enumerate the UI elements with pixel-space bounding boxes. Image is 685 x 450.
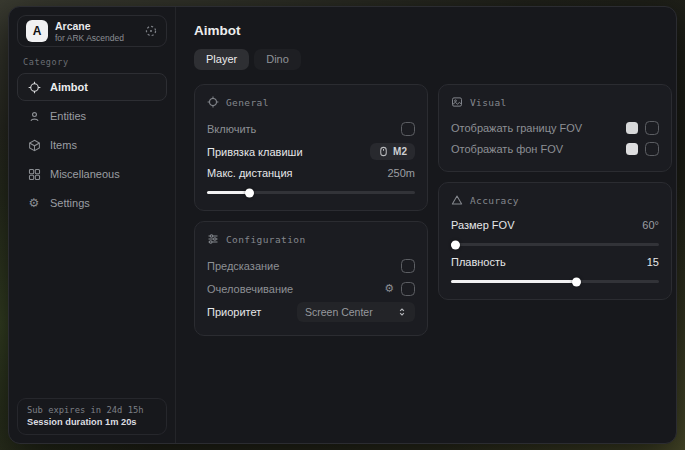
chevron-expand-icon bbox=[397, 307, 407, 317]
priority-value: Screen Center bbox=[305, 306, 373, 318]
slider-fill bbox=[207, 191, 249, 194]
slider-thumb[interactable] bbox=[451, 240, 460, 249]
fov-bg-checkbox[interactable] bbox=[645, 142, 659, 156]
sidebar-item-label: Items bbox=[50, 139, 77, 151]
sidebar-item-items[interactable]: Items bbox=[17, 131, 167, 159]
app-name: Arcane bbox=[55, 20, 124, 32]
humanize-checkbox[interactable] bbox=[401, 282, 415, 296]
enable-label: Включить bbox=[207, 123, 256, 135]
fov-size-slider[interactable] bbox=[451, 243, 659, 246]
page-title: Aimbot bbox=[194, 23, 672, 38]
keybind-button[interactable]: M2 bbox=[370, 143, 415, 160]
general-card: General Включить Привязка клавиши bbox=[194, 84, 428, 211]
prediction-row: Предсказание bbox=[207, 254, 415, 277]
distance-slider[interactable] bbox=[207, 191, 415, 194]
keybind-value: M2 bbox=[393, 146, 407, 157]
slider-fill bbox=[451, 280, 576, 283]
image-icon bbox=[451, 96, 463, 108]
humanize-row: Очеловечивание ⚙ bbox=[207, 277, 415, 300]
fov-bg-color-swatch[interactable] bbox=[626, 143, 638, 155]
configuration-card: Configuration Предсказание Очеловечивани… bbox=[194, 221, 428, 336]
fov-bg-row: Отображать фон FOV bbox=[451, 138, 659, 159]
fov-border-checkbox[interactable] bbox=[645, 121, 659, 135]
target-scan-icon[interactable] bbox=[144, 24, 158, 38]
smoothness-value: 15 bbox=[647, 256, 659, 268]
app-subtitle: for ARK Ascended bbox=[55, 33, 124, 43]
smoothness-slider[interactable] bbox=[451, 280, 659, 283]
fov-border-row: Отображать границу FOV bbox=[451, 117, 659, 138]
sliders-icon bbox=[207, 233, 219, 245]
distance-value: 250m bbox=[387, 167, 415, 179]
visual-card: Visual Отображать границу FOV Отображать… bbox=[438, 84, 672, 172]
gear-icon: ⚙ bbox=[27, 197, 41, 209]
distance-row: Макс. дистанция 250m bbox=[207, 163, 415, 183]
accuracy-card: Accuracy Размер FOV 60° Плавность 15 bbox=[438, 182, 672, 300]
enable-checkbox[interactable] bbox=[401, 122, 415, 136]
sidebar-item-label: Aimbot bbox=[50, 81, 88, 93]
smoothness-row: Плавность 15 bbox=[451, 252, 659, 272]
smoothness-label: Плавность bbox=[451, 256, 506, 268]
sidebar-item-settings[interactable]: ⚙ Settings bbox=[17, 189, 167, 217]
sidebar-item-aimbot[interactable]: Aimbot bbox=[17, 73, 167, 101]
priority-row: Приоритет Screen Center bbox=[207, 300, 415, 323]
cube-icon bbox=[27, 139, 41, 152]
fov-size-label: Размер FOV bbox=[451, 219, 514, 231]
sidebar-item-miscellaneous[interactable]: Miscellaneous bbox=[17, 160, 167, 188]
app-logo: A bbox=[26, 20, 48, 42]
distance-label: Макс. дистанция bbox=[207, 167, 293, 179]
tab-dino[interactable]: Dino bbox=[254, 49, 301, 70]
crosshair-icon bbox=[27, 81, 41, 94]
fov-border-color-swatch[interactable] bbox=[626, 122, 638, 134]
sub-expires-text: Sub expires in 24d 15h bbox=[27, 405, 157, 415]
tab-player[interactable]: Player bbox=[194, 49, 249, 70]
crosshair-icon bbox=[207, 96, 219, 108]
priority-label: Приоритет bbox=[207, 306, 261, 318]
gear-icon[interactable]: ⚙ bbox=[384, 283, 394, 294]
sidebar: A Arcane for ARK Ascended Category bbox=[9, 7, 176, 443]
slider-thumb[interactable] bbox=[572, 277, 581, 286]
card-title: Accuracy bbox=[470, 195, 519, 206]
enable-row: Включить bbox=[207, 117, 415, 140]
fov-size-row: Размер FOV 60° bbox=[451, 215, 659, 235]
prediction-label: Предсказание bbox=[207, 260, 279, 272]
tab-bar: Player Dino bbox=[194, 49, 672, 70]
app-window: A Arcane for ARK Ascended Category bbox=[8, 6, 677, 444]
priority-dropdown[interactable]: Screen Center bbox=[297, 302, 415, 322]
session-info: Sub expires in 24d 15h Session duration … bbox=[17, 398, 167, 435]
card-title: General bbox=[226, 97, 269, 108]
fov-border-label: Отображать границу FOV bbox=[451, 122, 582, 134]
sidebar-nav: Aimbot Entities Items bbox=[17, 73, 167, 217]
mouse-icon bbox=[378, 146, 389, 157]
prediction-checkbox[interactable] bbox=[401, 259, 415, 273]
sidebar-item-label: Settings bbox=[50, 197, 90, 209]
slider-thumb[interactable] bbox=[245, 188, 254, 197]
grid-icon bbox=[27, 168, 41, 181]
card-title: Configuration bbox=[226, 234, 306, 245]
keybind-label: Привязка клавиши bbox=[207, 146, 303, 158]
main-panel: Aimbot Player Dino General bbox=[176, 7, 677, 443]
session-duration-text: Session duration 1m 20s bbox=[27, 417, 157, 427]
keybind-row: Привязка клавиши M2 bbox=[207, 140, 415, 163]
sidebar-item-label: Miscellaneous bbox=[50, 168, 120, 180]
sidebar-item-entities[interactable]: Entities bbox=[17, 102, 167, 130]
card-title: Visual bbox=[470, 97, 507, 108]
person-scan-icon bbox=[27, 110, 41, 123]
fov-bg-label: Отображать фон FOV bbox=[451, 143, 563, 155]
category-label: Category bbox=[23, 57, 161, 67]
triangle-icon bbox=[451, 194, 463, 206]
fov-size-value: 60° bbox=[642, 219, 659, 231]
brand-card: A Arcane for ARK Ascended bbox=[17, 15, 167, 47]
humanize-label: Очеловечивание bbox=[207, 283, 293, 295]
sidebar-item-label: Entities bbox=[50, 110, 86, 122]
